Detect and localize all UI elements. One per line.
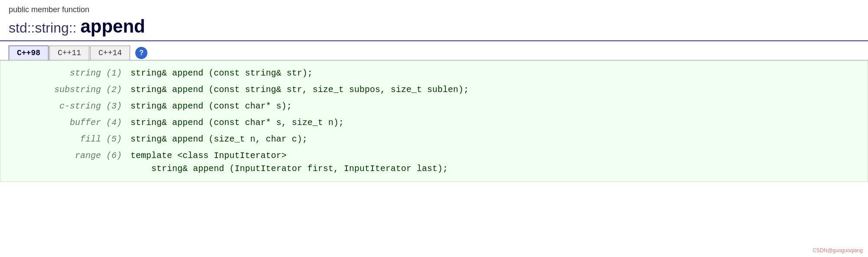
page-container: public member function std::string:: app… [0,0,868,257]
code-section: string (1) string& append (const string&… [0,60,868,182]
code-row-range: range (6) template <class InputIterator>… [9,148,859,177]
code-range-line1: template <class InputIterator> [131,149,448,162]
range-code-block: template <class InputIterator> string& a… [131,149,448,175]
code-cstring: string& append (const char* s); [131,100,292,113]
tab-cpp14[interactable]: C++14 [90,46,130,60]
tab-cpp98[interactable]: C++98 [9,46,49,60]
tab-cpp11[interactable]: C++11 [49,46,89,60]
code-row-substring: substring (2) string& append (const stri… [9,82,859,98]
namespace-label: std::string:: [9,20,80,36]
tabs-row: C++98 C++11 C++14 ? [0,41,868,60]
label-range: range (6) [9,149,131,162]
watermark: CSDN@guoguoqiang [813,247,863,254]
code-range-line2: string& append (InputIterator first, Inp… [131,162,448,175]
function-title: std::string:: append [9,16,859,37]
code-string: string& append (const string& str); [131,67,313,80]
label-substring: substring (2) [9,83,131,96]
member-type-label: public member function [9,5,859,14]
code-row-fill: fill (5) string& append (size_t n, char … [9,131,859,148]
label-string: string (1) [9,67,131,80]
function-name-label: append [80,16,145,36]
label-cstring: c-string (3) [9,100,131,113]
code-buffer: string& append (const char* s, size_t n)… [131,116,344,129]
label-fill: fill (5) [9,133,131,146]
label-buffer: buffer (4) [9,116,131,129]
header-section: public member function std::string:: app… [0,0,868,41]
help-icon[interactable]: ? [135,47,147,59]
code-substring: string& append (const string& str, size_… [131,83,469,96]
code-row-cstring: c-string (3) string& append (const char*… [9,98,859,115]
code-row-string: string (1) string& append (const string&… [9,65,859,82]
code-row-buffer: buffer (4) string& append (const char* s… [9,115,859,131]
code-fill: string& append (size_t n, char c); [131,133,307,146]
